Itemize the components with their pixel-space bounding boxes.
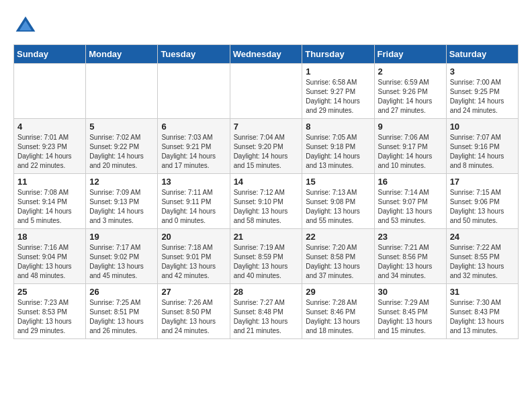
day-number: 23 xyxy=(378,232,443,242)
day-info: Sunrise: 7:15 AMSunset: 9:06 PMDaylight:… xyxy=(450,188,515,226)
day-number: 10 xyxy=(450,122,515,132)
day-number: 2 xyxy=(378,66,443,77)
day-info: Sunrise: 7:29 AMSunset: 8:45 PMDaylight:… xyxy=(378,298,443,336)
day-number: 19 xyxy=(89,232,154,242)
day-number: 15 xyxy=(306,177,370,187)
calendar-cell: 29Sunrise: 7:28 AMSunset: 8:46 PMDayligh… xyxy=(302,284,374,339)
calendar-week-row: 1Sunrise: 6:58 AMSunset: 9:27 PMDaylight… xyxy=(14,64,519,119)
calendar-cell: 11Sunrise: 7:08 AMSunset: 9:14 PMDayligh… xyxy=(14,174,86,229)
calendar-week-row: 4Sunrise: 7:01 AMSunset: 9:23 PMDaylight… xyxy=(14,119,519,174)
day-number: 30 xyxy=(378,287,443,297)
day-info: Sunrise: 7:03 AMSunset: 9:21 PMDaylight:… xyxy=(161,133,226,171)
day-number: 28 xyxy=(234,287,299,297)
day-info: Sunrise: 7:06 AMSunset: 9:17 PMDaylight:… xyxy=(378,133,443,171)
day-number: 27 xyxy=(161,287,226,297)
day-number: 16 xyxy=(378,177,443,187)
day-of-week-header: Wednesday xyxy=(230,45,302,64)
calendar-cell: 7Sunrise: 7:04 AMSunset: 9:20 PMDaylight… xyxy=(230,119,302,174)
day-number: 25 xyxy=(17,287,82,297)
calendar-week-row: 25Sunrise: 7:23 AMSunset: 8:53 PMDayligh… xyxy=(14,284,519,339)
logo-icon xyxy=(13,13,38,38)
day-number: 20 xyxy=(161,232,226,242)
day-number: 18 xyxy=(17,232,82,242)
calendar-cell: 15Sunrise: 7:13 AMSunset: 9:08 PMDayligh… xyxy=(302,174,374,229)
calendar-cell: 12Sunrise: 7:09 AMSunset: 9:13 PMDayligh… xyxy=(86,174,158,229)
calendar-cell: 26Sunrise: 7:25 AMSunset: 8:51 PMDayligh… xyxy=(86,284,158,339)
day-info: Sunrise: 7:09 AMSunset: 9:13 PMDaylight:… xyxy=(89,188,154,226)
calendar-cell: 28Sunrise: 7:27 AMSunset: 8:48 PMDayligh… xyxy=(230,284,302,339)
day-number: 9 xyxy=(378,122,443,132)
calendar-cell: 24Sunrise: 7:22 AMSunset: 8:55 PMDayligh… xyxy=(446,229,518,284)
day-of-week-header: Sunday xyxy=(14,45,86,64)
day-number: 3 xyxy=(450,66,515,77)
day-info: Sunrise: 7:00 AMSunset: 9:25 PMDaylight:… xyxy=(450,78,515,116)
day-info: Sunrise: 7:02 AMSunset: 9:22 PMDaylight:… xyxy=(89,133,154,171)
calendar-cell: 18Sunrise: 7:16 AMSunset: 9:04 PMDayligh… xyxy=(14,229,86,284)
logo xyxy=(13,13,42,38)
day-of-week-header: Saturday xyxy=(446,45,518,64)
day-number: 13 xyxy=(161,177,226,187)
calendar-cell: 16Sunrise: 7:14 AMSunset: 9:07 PMDayligh… xyxy=(374,174,446,229)
day-number: 31 xyxy=(450,287,515,297)
day-number: 1 xyxy=(306,66,370,77)
day-info: Sunrise: 7:16 AMSunset: 9:04 PMDaylight:… xyxy=(17,243,82,281)
calendar-header-row: SundayMondayTuesdayWednesdayThursdayFrid… xyxy=(14,45,519,64)
day-number: 5 xyxy=(89,122,154,132)
calendar-cell xyxy=(14,64,86,119)
day-number: 17 xyxy=(450,177,515,187)
day-number: 14 xyxy=(234,177,299,187)
calendar-cell xyxy=(230,64,302,119)
day-number: 21 xyxy=(234,232,299,242)
day-info: Sunrise: 7:23 AMSunset: 8:53 PMDaylight:… xyxy=(17,298,82,336)
day-info: Sunrise: 7:28 AMSunset: 8:46 PMDaylight:… xyxy=(306,298,370,336)
day-info: Sunrise: 7:27 AMSunset: 8:48 PMDaylight:… xyxy=(234,298,299,336)
day-number: 8 xyxy=(306,122,370,132)
day-number: 29 xyxy=(306,287,370,297)
day-info: Sunrise: 7:01 AMSunset: 9:23 PMDaylight:… xyxy=(17,133,82,171)
day-info: Sunrise: 7:11 AMSunset: 9:11 PMDaylight:… xyxy=(161,188,226,226)
calendar-cell: 27Sunrise: 7:26 AMSunset: 8:50 PMDayligh… xyxy=(158,284,230,339)
day-info: Sunrise: 7:08 AMSunset: 9:14 PMDaylight:… xyxy=(17,188,82,226)
day-info: Sunrise: 6:59 AMSunset: 9:26 PMDaylight:… xyxy=(378,78,443,116)
calendar-cell: 13Sunrise: 7:11 AMSunset: 9:11 PMDayligh… xyxy=(158,174,230,229)
calendar-cell: 31Sunrise: 7:30 AMSunset: 8:43 PMDayligh… xyxy=(446,284,518,339)
calendar-cell: 21Sunrise: 7:19 AMSunset: 8:59 PMDayligh… xyxy=(230,229,302,284)
calendar-cell: 8Sunrise: 7:05 AMSunset: 9:18 PMDaylight… xyxy=(302,119,374,174)
day-info: Sunrise: 7:22 AMSunset: 8:55 PMDaylight:… xyxy=(450,243,515,281)
calendar-cell: 3Sunrise: 7:00 AMSunset: 9:25 PMDaylight… xyxy=(446,64,518,119)
day-info: Sunrise: 7:30 AMSunset: 8:43 PMDaylight:… xyxy=(450,298,515,336)
day-info: Sunrise: 7:13 AMSunset: 9:08 PMDaylight:… xyxy=(306,188,370,226)
day-info: Sunrise: 7:12 AMSunset: 9:10 PMDaylight:… xyxy=(234,188,299,226)
day-info: Sunrise: 7:17 AMSunset: 9:02 PMDaylight:… xyxy=(89,243,154,281)
day-info: Sunrise: 7:20 AMSunset: 8:58 PMDaylight:… xyxy=(306,243,370,281)
day-info: Sunrise: 7:07 AMSunset: 9:16 PMDaylight:… xyxy=(450,133,515,171)
calendar-cell: 23Sunrise: 7:21 AMSunset: 8:56 PMDayligh… xyxy=(374,229,446,284)
calendar-cell: 6Sunrise: 7:03 AMSunset: 9:21 PMDaylight… xyxy=(158,119,230,174)
calendar-cell: 25Sunrise: 7:23 AMSunset: 8:53 PMDayligh… xyxy=(14,284,86,339)
day-info: Sunrise: 7:05 AMSunset: 9:18 PMDaylight:… xyxy=(306,133,370,171)
day-number: 24 xyxy=(450,232,515,242)
day-number: 7 xyxy=(234,122,299,132)
day-info: Sunrise: 6:58 AMSunset: 9:27 PMDaylight:… xyxy=(306,78,370,116)
day-number: 11 xyxy=(17,177,82,187)
day-number: 4 xyxy=(17,122,82,132)
calendar-cell: 5Sunrise: 7:02 AMSunset: 9:22 PMDaylight… xyxy=(86,119,158,174)
calendar-week-row: 11Sunrise: 7:08 AMSunset: 9:14 PMDayligh… xyxy=(14,174,519,229)
calendar-cell: 1Sunrise: 6:58 AMSunset: 9:27 PMDaylight… xyxy=(302,64,374,119)
calendar-cell: 20Sunrise: 7:18 AMSunset: 9:01 PMDayligh… xyxy=(158,229,230,284)
calendar-cell: 9Sunrise: 7:06 AMSunset: 9:17 PMDaylight… xyxy=(374,119,446,174)
calendar-cell: 10Sunrise: 7:07 AMSunset: 9:16 PMDayligh… xyxy=(446,119,518,174)
day-number: 12 xyxy=(89,177,154,187)
day-of-week-header: Thursday xyxy=(302,45,374,64)
day-info: Sunrise: 7:18 AMSunset: 9:01 PMDaylight:… xyxy=(161,243,226,281)
day-number: 22 xyxy=(306,232,370,242)
calendar-cell: 22Sunrise: 7:20 AMSunset: 8:58 PMDayligh… xyxy=(302,229,374,284)
day-info: Sunrise: 7:04 AMSunset: 9:20 PMDaylight:… xyxy=(234,133,299,171)
day-info: Sunrise: 7:19 AMSunset: 8:59 PMDaylight:… xyxy=(234,243,299,281)
day-info: Sunrise: 7:26 AMSunset: 8:50 PMDaylight:… xyxy=(161,298,226,336)
day-info: Sunrise: 7:21 AMSunset: 8:56 PMDaylight:… xyxy=(378,243,443,281)
day-number: 6 xyxy=(161,122,226,132)
calendar-cell: 17Sunrise: 7:15 AMSunset: 9:06 PMDayligh… xyxy=(446,174,518,229)
calendar-table: SundayMondayTuesdayWednesdayThursdayFrid… xyxy=(13,44,519,339)
day-of-week-header: Friday xyxy=(374,45,446,64)
